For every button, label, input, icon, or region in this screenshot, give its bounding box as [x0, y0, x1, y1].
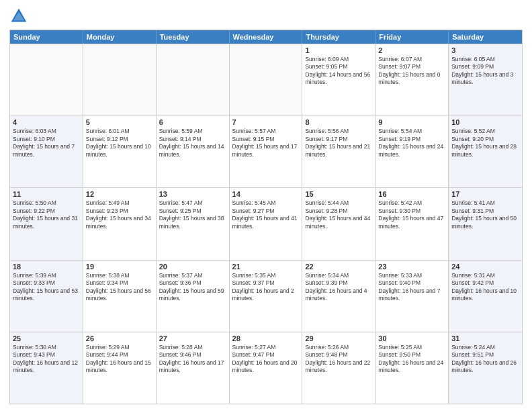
day-number: 2	[378, 46, 445, 54]
day-number: 9	[378, 118, 445, 126]
day-cell-23: 23Sunrise: 5:33 AM Sunset: 9:40 PM Dayli…	[375, 261, 449, 332]
day-cell-17: 17Sunrise: 5:41 AM Sunset: 9:31 PM Dayli…	[449, 188, 522, 259]
day-cell-19: 19Sunrise: 5:38 AM Sunset: 9:34 PM Dayli…	[83, 261, 157, 332]
day-cell-4: 4Sunrise: 6:03 AM Sunset: 9:10 PM Daylig…	[10, 116, 83, 187]
day-cell-21: 21Sunrise: 5:35 AM Sunset: 9:37 PM Dayli…	[230, 261, 303, 332]
day-number: 15	[305, 190, 372, 198]
day-cell-13: 13Sunrise: 5:47 AM Sunset: 9:25 PM Dayli…	[157, 188, 230, 259]
day-number: 30	[378, 334, 445, 342]
day-cell-6: 6Sunrise: 5:59 AM Sunset: 9:14 PM Daylig…	[157, 116, 230, 187]
day-info: Sunrise: 5:30 AM Sunset: 9:43 PM Dayligh…	[13, 344, 80, 375]
day-info: Sunrise: 5:26 AM Sunset: 9:48 PM Dayligh…	[305, 344, 372, 375]
day-number: 3	[451, 46, 519, 54]
day-info: Sunrise: 5:45 AM Sunset: 9:27 PM Dayligh…	[232, 199, 300, 230]
week-row-2: 4Sunrise: 6:03 AM Sunset: 9:10 PM Daylig…	[10, 116, 522, 187]
day-info: Sunrise: 5:37 AM Sunset: 9:36 PM Dayligh…	[159, 272, 226, 303]
header-day-thursday: Thursday	[302, 30, 375, 44]
day-cell-1: 1Sunrise: 6:09 AM Sunset: 9:05 PM Daylig…	[302, 44, 375, 116]
day-cell-27: 27Sunrise: 5:28 AM Sunset: 9:46 PM Dayli…	[157, 332, 230, 404]
day-cell-11: 11Sunrise: 5:50 AM Sunset: 9:22 PM Dayli…	[10, 188, 83, 259]
day-number: 18	[13, 263, 80, 271]
day-cell-16: 16Sunrise: 5:42 AM Sunset: 9:30 PM Dayli…	[375, 188, 449, 259]
week-row-3: 11Sunrise: 5:50 AM Sunset: 9:22 PM Dayli…	[10, 187, 522, 259]
day-cell-10: 10Sunrise: 5:52 AM Sunset: 9:20 PM Dayli…	[449, 116, 522, 187]
day-info: Sunrise: 5:31 AM Sunset: 9:42 PM Dayligh…	[451, 272, 519, 303]
header-day-tuesday: Tuesday	[157, 30, 230, 44]
day-number: 13	[159, 190, 226, 198]
day-info: Sunrise: 5:33 AM Sunset: 9:40 PM Dayligh…	[378, 272, 445, 303]
day-info: Sunrise: 5:35 AM Sunset: 9:37 PM Dayligh…	[232, 272, 300, 303]
day-number: 20	[159, 263, 226, 271]
day-cell-12: 12Sunrise: 5:49 AM Sunset: 9:23 PM Dayli…	[83, 188, 157, 259]
empty-cell	[230, 44, 303, 116]
day-info: Sunrise: 5:52 AM Sunset: 9:20 PM Dayligh…	[451, 128, 519, 158]
day-number: 14	[232, 190, 300, 198]
header	[9, 7, 523, 26]
day-info: Sunrise: 5:42 AM Sunset: 9:30 PM Dayligh…	[378, 199, 445, 230]
day-info: Sunrise: 5:56 AM Sunset: 9:17 PM Dayligh…	[305, 128, 372, 158]
day-number: 21	[232, 263, 300, 271]
empty-cell	[157, 44, 230, 116]
day-info: Sunrise: 5:24 AM Sunset: 9:51 PM Dayligh…	[451, 344, 519, 375]
day-cell-25: 25Sunrise: 5:30 AM Sunset: 9:43 PM Dayli…	[10, 332, 83, 404]
day-info: Sunrise: 6:01 AM Sunset: 9:12 PM Dayligh…	[86, 128, 153, 158]
day-cell-18: 18Sunrise: 5:39 AM Sunset: 9:33 PM Dayli…	[10, 261, 83, 332]
day-info: Sunrise: 5:41 AM Sunset: 9:31 PM Dayligh…	[451, 199, 519, 230]
day-number: 4	[13, 118, 80, 126]
day-info: Sunrise: 5:49 AM Sunset: 9:23 PM Dayligh…	[86, 199, 153, 230]
day-info: Sunrise: 5:38 AM Sunset: 9:34 PM Dayligh…	[86, 272, 153, 303]
header-day-sunday: Sunday	[10, 30, 83, 44]
empty-cell	[10, 44, 83, 116]
calendar: SundayMondayTuesdayWednesdayThursdayFrid…	[9, 30, 523, 404]
day-number: 7	[232, 118, 300, 126]
day-number: 1	[305, 46, 372, 54]
day-cell-5: 5Sunrise: 6:01 AM Sunset: 9:12 PM Daylig…	[83, 116, 157, 187]
day-info: Sunrise: 5:54 AM Sunset: 9:19 PM Dayligh…	[378, 128, 445, 158]
empty-cell	[83, 44, 157, 116]
day-info: Sunrise: 5:34 AM Sunset: 9:39 PM Dayligh…	[305, 272, 372, 303]
day-info: Sunrise: 6:05 AM Sunset: 9:09 PM Dayligh…	[451, 56, 519, 87]
day-number: 5	[86, 118, 153, 126]
day-number: 28	[232, 334, 300, 342]
page: SundayMondayTuesdayWednesdayThursdayFrid…	[0, 0, 532, 411]
day-cell-15: 15Sunrise: 5:44 AM Sunset: 9:28 PM Dayli…	[302, 188, 375, 259]
day-number: 29	[305, 334, 372, 342]
week-row-4: 18Sunrise: 5:39 AM Sunset: 9:33 PM Dayli…	[10, 260, 522, 332]
day-info: Sunrise: 6:07 AM Sunset: 9:07 PM Dayligh…	[378, 56, 445, 87]
header-day-wednesday: Wednesday	[230, 30, 303, 44]
day-info: Sunrise: 5:39 AM Sunset: 9:33 PM Dayligh…	[13, 272, 80, 303]
day-number: 19	[86, 263, 153, 271]
day-cell-14: 14Sunrise: 5:45 AM Sunset: 9:27 PM Dayli…	[230, 188, 303, 259]
day-number: 27	[159, 334, 226, 342]
day-number: 10	[451, 118, 519, 126]
day-number: 16	[378, 190, 445, 198]
day-info: Sunrise: 5:25 AM Sunset: 9:50 PM Dayligh…	[378, 344, 445, 375]
day-cell-24: 24Sunrise: 5:31 AM Sunset: 9:42 PM Dayli…	[449, 261, 522, 332]
logo	[9, 7, 31, 26]
calendar-header: SundayMondayTuesdayWednesdayThursdayFrid…	[10, 30, 522, 44]
day-info: Sunrise: 5:27 AM Sunset: 9:47 PM Dayligh…	[232, 344, 300, 375]
day-number: 12	[86, 190, 153, 198]
day-info: Sunrise: 5:47 AM Sunset: 9:25 PM Dayligh…	[159, 199, 226, 230]
day-number: 17	[451, 190, 519, 198]
day-number: 25	[13, 334, 80, 342]
day-cell-7: 7Sunrise: 5:57 AM Sunset: 9:15 PM Daylig…	[230, 116, 303, 187]
day-info: Sunrise: 6:03 AM Sunset: 9:10 PM Dayligh…	[13, 128, 80, 158]
day-cell-9: 9Sunrise: 5:54 AM Sunset: 9:19 PM Daylig…	[375, 116, 449, 187]
day-info: Sunrise: 5:57 AM Sunset: 9:15 PM Dayligh…	[232, 128, 300, 158]
day-number: 24	[451, 263, 519, 271]
day-number: 22	[305, 263, 372, 271]
day-info: Sunrise: 5:44 AM Sunset: 9:28 PM Dayligh…	[305, 199, 372, 230]
week-row-1: 1Sunrise: 6:09 AM Sunset: 9:05 PM Daylig…	[10, 44, 522, 116]
header-day-saturday: Saturday	[449, 30, 522, 44]
day-cell-2: 2Sunrise: 6:07 AM Sunset: 9:07 PM Daylig…	[375, 44, 449, 116]
day-cell-20: 20Sunrise: 5:37 AM Sunset: 9:36 PM Dayli…	[157, 261, 230, 332]
day-cell-30: 30Sunrise: 5:25 AM Sunset: 9:50 PM Dayli…	[375, 332, 449, 404]
day-cell-29: 29Sunrise: 5:26 AM Sunset: 9:48 PM Dayli…	[302, 332, 375, 404]
header-day-monday: Monday	[83, 30, 157, 44]
day-info: Sunrise: 5:50 AM Sunset: 9:22 PM Dayligh…	[13, 199, 80, 230]
day-number: 11	[13, 190, 80, 198]
week-row-5: 25Sunrise: 5:30 AM Sunset: 9:43 PM Dayli…	[10, 332, 522, 404]
day-cell-8: 8Sunrise: 5:56 AM Sunset: 9:17 PM Daylig…	[302, 116, 375, 187]
day-number: 31	[451, 334, 519, 342]
